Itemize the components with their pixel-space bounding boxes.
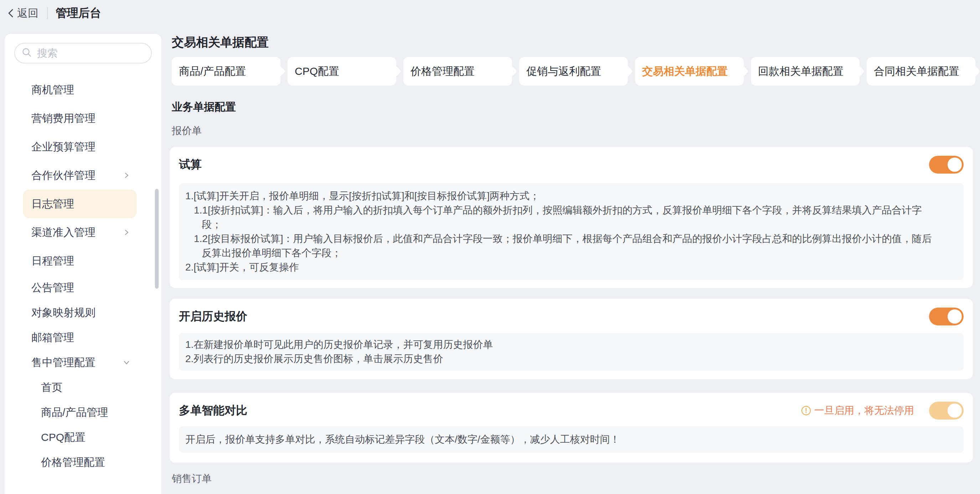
card-title: 试算 [179, 157, 202, 172]
tab-price-config[interactable]: 价格管理配置 [403, 57, 512, 86]
history-quotation-toggle[interactable] [929, 308, 964, 325]
sidebar-search[interactable] [14, 43, 152, 64]
card-description-panel: 开启后，报价单支持多单对比，系统自动标记差异字段（文本/数字/金额等），减少人工… [179, 426, 964, 453]
group-label-sales-order: 销售订单 [172, 472, 212, 486]
search-icon [21, 47, 32, 59]
description-line: 1.1[按折扣试算]：输入后，将用户输入的折扣填入每个订单产品的额外折扣列，按照… [185, 203, 964, 217]
admin-backend-page: 返回 管理后台 商机管理 营销费用管理 企业预算管理 合作伙伴管理 日志管理 渠… [0, 0, 980, 494]
tab-product-config[interactable]: 商品/产品配置 [172, 57, 280, 86]
chevron-down-icon [123, 359, 130, 366]
sidebar-item-marketing-expense[interactable]: 营销费用管理 [23, 104, 137, 132]
card-trial-calculation: 试算 1.[试算]开关开启，报价单明细，显示[按折扣试算]和[按目标报价试算]两… [170, 147, 973, 288]
description-line: 1.[试算]开关开启，报价单明细，显示[按折扣试算]和[按目标报价试算]两种方式… [185, 189, 964, 203]
tab-promotion-rebate-config[interactable]: 促销与返利配置 [519, 57, 628, 86]
description-line: 2.列表行的历史报价展示历史售价图标，单击展示历史售价 [185, 352, 964, 366]
sidebar-item-partner-management[interactable]: 合作伙伴管理 [23, 161, 137, 190]
back-button[interactable]: 返回 [6, 6, 38, 21]
tab-payment-doc-config[interactable]: 回款相关单据配置 [751, 57, 859, 86]
card-title: 开启历史报价 [179, 309, 247, 324]
description-line: 1.在新建报价单时可见此用户的历史报价单记录，并可复用历史报价单 [185, 338, 964, 352]
tab-contract-doc-config[interactable]: 合同相关单据配置 [867, 57, 975, 86]
description-line: 反算出报价单明细下各个字段； [185, 246, 964, 260]
topbar-divider [47, 7, 48, 19]
sidebar-scrollbar[interactable] [155, 189, 159, 289]
description-line: 开启后，报价单支持多单对比，系统自动标记差异字段（文本/数字/金额等），减少人工… [185, 432, 964, 446]
multi-doc-compare-toggle[interactable] [929, 402, 964, 419]
group-label-quotation: 报价单 [172, 124, 202, 137]
irreversible-warning: ! 一旦启用，将无法停用 [802, 404, 914, 418]
card-description-panel: 1.[试算]开关开启，报价单明细，显示[按折扣试算]和[按目标报价试算]两种方式… [179, 183, 964, 280]
sidebar-item-enterprise-budget[interactable]: 企业预算管理 [23, 132, 137, 161]
card-multi-doc-compare: 多单智能对比 ! 一旦启用，将无法停用 开启后，报价单支持多单对比，系统自动标记… [170, 393, 973, 463]
sidebar-item-channel-access[interactable]: 渠道准入管理 [23, 218, 137, 247]
description-line: 1.2[按目标报价试算]：用户输入目标报价后，此值和产品合计字段一致；报价单明细… [185, 232, 964, 246]
config-tabs: 商品/产品配置 CPQ配置 价格管理配置 促销与返利配置 交易相关单据配置 回款… [172, 57, 975, 86]
trial-calculation-toggle[interactable] [929, 156, 964, 174]
section-title: 业务单据配置 [172, 100, 236, 115]
toggle-knob [948, 158, 962, 172]
chevron-left-icon [6, 8, 16, 19]
sidebar-item-announcement[interactable]: 公告管理 [23, 275, 137, 300]
top-bar: 返回 管理后台 [6, 5, 101, 21]
card-description-panel: 1.在新建报价单时可见此用户的历史报价单记录，并可复用历史报价单 2.列表行的历… [179, 333, 964, 371]
chevron-right-icon [123, 229, 130, 236]
card-history-quotation: 开启历史报价 1.在新建报价单时可见此用户的历史报价单记录，并可复用历史报价单 … [170, 299, 973, 379]
toggle-knob [948, 309, 962, 323]
sidebar-menu: 商机管理 营销费用管理 企业预算管理 合作伙伴管理 日志管理 渠道准入管理 日程… [5, 76, 161, 475]
sidebar-item-business-opportunity[interactable]: 商机管理 [23, 76, 137, 104]
chevron-right-icon [123, 172, 130, 179]
page-header-title: 管理后台 [56, 5, 101, 21]
exclamation-circle-icon: ! [802, 406, 811, 415]
tab-transaction-doc-config[interactable]: 交易相关单据配置 [635, 57, 744, 86]
page-title: 交易相关单据配置 [172, 34, 269, 51]
sidebar: 商机管理 营销费用管理 企业预算管理 合作伙伴管理 日志管理 渠道准入管理 日程… [5, 34, 161, 494]
search-input[interactable] [37, 47, 141, 59]
sidebar-subitem-home[interactable]: 首页 [23, 375, 137, 400]
description-line: 2.[试算]开关，可反复操作 [185, 260, 964, 274]
sidebar-item-in-sale-config[interactable]: 售中管理配置 [23, 350, 137, 375]
card-title: 多单智能对比 [179, 403, 247, 418]
sidebar-subitem-cpq-config[interactable]: CPQ配置 [23, 425, 137, 450]
tab-cpq-config[interactable]: CPQ配置 [288, 57, 396, 86]
warning-text: 一旦启用，将无法停用 [814, 404, 914, 418]
sidebar-item-log-management[interactable]: 日志管理 [23, 190, 137, 218]
back-label: 返回 [17, 6, 38, 21]
sidebar-subitem-price-config[interactable]: 价格管理配置 [23, 450, 137, 475]
sidebar-subitem-product-management[interactable]: 商品/产品管理 [23, 400, 137, 425]
sidebar-item-object-mapping[interactable]: 对象映射规则 [23, 300, 137, 325]
sidebar-item-schedule-management[interactable]: 日程管理 [23, 247, 137, 275]
sidebar-item-mailbox[interactable]: 邮箱管理 [23, 325, 137, 350]
toggle-knob [948, 403, 962, 418]
description-line: 段； [185, 217, 964, 232]
